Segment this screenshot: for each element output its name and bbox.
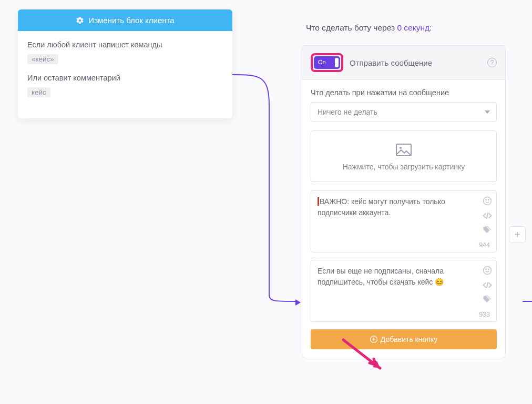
on-click-label: Что делать при нажатии на сообщение (311, 88, 497, 97)
char-count-2: 933 (479, 311, 490, 318)
action-panel-body: Что делать при нажатии на сообщение Ниче… (302, 80, 505, 358)
client-block-header[interactable]: Изменить блок клиента (18, 9, 232, 31)
message-tools-1 (483, 196, 492, 234)
message-box-1[interactable]: ВАЖНО: кейс могут получить только подпис… (311, 190, 497, 252)
image-icon (396, 144, 412, 156)
svg-marker-9 (373, 361, 380, 368)
client-block-body: Если любой клиент напишет команды «кейс»… (18, 31, 232, 118)
plus-circle-icon (370, 336, 377, 343)
add-button[interactable]: Добавить кнопку (311, 329, 497, 349)
svg-point-4 (488, 199, 489, 200)
svg-point-6 (486, 269, 487, 270)
emoji-icon[interactable] (483, 266, 492, 275)
trigger-comment-label: Или оставит комментарий (27, 74, 223, 82)
message-text-2: Если вы еще не подписаны, сначала подпиш… (318, 266, 475, 288)
bot-action-heading: Что сделать боту через 0 секунд: (306, 23, 432, 33)
text-caret (318, 197, 319, 206)
message-text-1: ВАЖНО: кейс могут получить только подпис… (318, 196, 475, 218)
on-click-dropdown[interactable]: Ничего не делать (311, 102, 497, 122)
dropdown-value: Ничего не делать (318, 108, 377, 116)
tags-icon[interactable] (483, 295, 492, 304)
message-box-2[interactable]: Если вы еще не подписаны, сначала подпиш… (311, 260, 497, 322)
gear-icon (76, 16, 84, 25)
chevron-down-icon (485, 110, 490, 114)
flow-arrowhead (295, 299, 301, 306)
flow-connector (232, 74, 302, 305)
svg-point-3 (486, 199, 487, 200)
svg-point-1 (400, 147, 402, 149)
delay-value[interactable]: 0 секунд (397, 23, 429, 32)
image-upload[interactable]: Нажмите, чтобы загрузить картинку (311, 130, 497, 182)
action-panel-title: Отправить сообщение (350, 58, 481, 67)
char-count-1: 944 (479, 241, 490, 249)
toggle-highlight: On (311, 53, 343, 72)
tags-icon[interactable] (483, 226, 492, 234)
code-icon[interactable] (483, 212, 492, 219)
message-tools-2 (483, 266, 492, 304)
client-block-card: Изменить блок клиента Если любой клиент … (18, 9, 232, 118)
add-action-button[interactable]: + (509, 226, 526, 243)
toggle-state: On (318, 59, 326, 65)
client-block-title: Изменить блок клиента (88, 16, 174, 25)
connector-stub (523, 301, 532, 302)
action-panel: On Отправить сообщение ? Что делать при … (302, 45, 506, 358)
command-tag: «кейс» (27, 54, 58, 64)
help-icon[interactable]: ? (487, 58, 497, 67)
svg-point-5 (484, 267, 492, 275)
add-button-label: Добавить кнопку (381, 335, 437, 344)
trigger-commands-label: Если любой клиент напишет команды (27, 41, 223, 49)
code-icon[interactable] (483, 281, 492, 289)
svg-point-7 (488, 269, 489, 270)
comment-tag: кейс (27, 87, 50, 97)
upload-hint: Нажмите, чтобы загрузить картинку (343, 163, 465, 171)
action-panel-header: On Отправить сообщение ? (302, 46, 505, 80)
svg-point-2 (484, 197, 492, 205)
emoji-icon[interactable] (483, 196, 492, 206)
enable-toggle[interactable]: On (314, 56, 340, 69)
